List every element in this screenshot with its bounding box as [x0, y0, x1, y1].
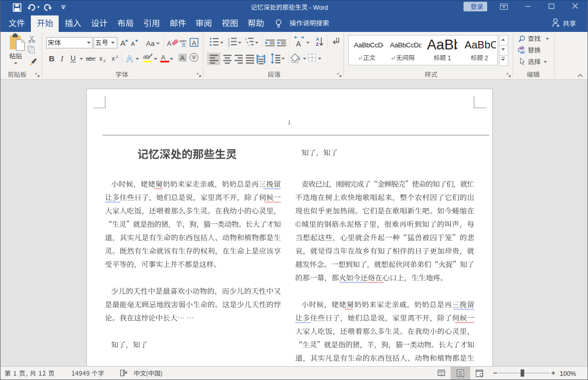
svg-text:U: U: [70, 54, 76, 62]
svg-text:A: A: [316, 37, 319, 42]
svg-text:A: A: [161, 54, 166, 61]
svg-text:i: i: [248, 44, 248, 47]
svg-text:A: A: [131, 41, 135, 47]
svg-text:AaBbCc: AaBbCc: [465, 39, 503, 50]
svg-text:Z: Z: [316, 42, 319, 47]
svg-text:A: A: [127, 54, 133, 64]
svg-text:100%: 100%: [560, 370, 576, 377]
svg-text:A: A: [192, 40, 197, 47]
svg-text:ac: ac: [520, 49, 525, 55]
svg-text:a: a: [246, 41, 248, 44]
svg-text:x: x: [112, 55, 115, 62]
svg-text:1: 1: [245, 38, 247, 41]
svg-text:A: A: [181, 55, 185, 62]
svg-text:2: 2: [116, 55, 118, 59]
svg-text:wén: wén: [179, 39, 187, 43]
svg-text:2: 2: [103, 59, 106, 63]
svg-text:x: x: [99, 55, 103, 62]
svg-text:AaBbCcDd: AaBbCcDd: [390, 41, 422, 49]
svg-text:2: 2: [485, 55, 488, 62]
svg-text:A: A: [120, 39, 126, 47]
svg-text:I: I: [60, 55, 64, 63]
svg-text:3: 3: [228, 44, 230, 47]
svg-text:AaBb: AaBb: [427, 37, 461, 53]
svg-text:AaBbCcDd: AaBbCcDd: [354, 41, 386, 49]
svg-text:- Word: - Word: [309, 4, 328, 11]
svg-text:1: 1: [228, 38, 230, 41]
svg-text:A: A: [167, 40, 172, 47]
svg-text:Aa: Aa: [146, 40, 155, 47]
svg-text:B: B: [49, 54, 55, 63]
svg-text:2: 2: [228, 41, 230, 44]
svg-text:1: 1: [448, 55, 451, 62]
svg-text:A: A: [296, 40, 301, 48]
